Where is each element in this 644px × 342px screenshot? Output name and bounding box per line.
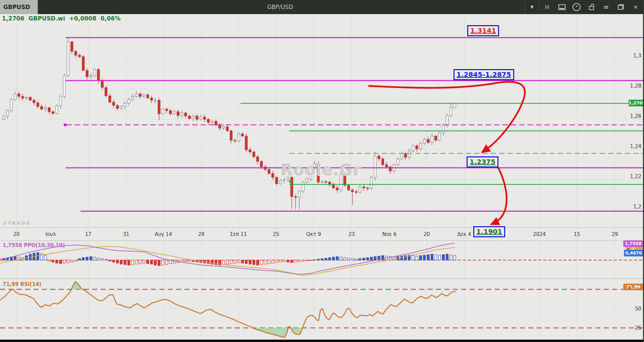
- current-price-tag: 1,2706: [629, 100, 644, 106]
- restore-glyph: [618, 4, 624, 10]
- layout-panel-icon[interactable]: [554, 0, 569, 14]
- restore-window-icon[interactable]: [613, 0, 628, 14]
- unlock-icon[interactable]: [584, 0, 599, 14]
- svg-text:Νοε 6: Νοε 6: [382, 231, 397, 237]
- ppo-alert-close-icon[interactable]: ✕: [627, 246, 630, 251]
- toolbar-divider: [525, 1, 525, 13]
- quote-change-pct: 0,06%: [101, 15, 121, 22]
- close-icon[interactable]: ✕: [628, 0, 643, 14]
- svg-text:Σεπ 11: Σεπ 11: [230, 231, 247, 237]
- dropdown-arrow-icon[interactable]: ▼: [526, 0, 538, 14]
- svg-text:1,28: 1,28: [630, 83, 641, 89]
- quote-price: 1,2706: [2, 15, 24, 22]
- toolbar: ▼ H ❞ = ✕: [524, 0, 643, 14]
- trading-app-window: 1,31,281,261,241,221,220Ιουλ1731Αυγ 1428…: [0, 0, 644, 342]
- svg-text:17: 17: [85, 231, 91, 237]
- svg-text:Αυγ 14: Αυγ 14: [155, 231, 172, 237]
- resistance-zone-label[interactable]: 1.2845-1.2875: [453, 69, 514, 80]
- unlock-glyph: [588, 4, 594, 10]
- ppo-indicator-label[interactable]: 1,7558 PPO(10,30,10): [3, 242, 65, 248]
- ppo-value-tag: 1,7558: [623, 240, 643, 247]
- svg-text:20: 20: [423, 231, 430, 237]
- svg-text:29: 29: [611, 231, 618, 237]
- chart-title: GBP/USD: [215, 4, 345, 10]
- quote-bubble-icon[interactable]: ❞: [569, 0, 584, 14]
- svg-text:Δεκ 4: Δεκ 4: [457, 231, 471, 237]
- layout-panel-glyph: [558, 4, 566, 10]
- target-label-12375[interactable]: 1.2375: [467, 156, 498, 167]
- symbol-tab[interactable]: GBPUSD: [0, 0, 38, 14]
- rsi-alert-close-icon[interactable]: ✕: [628, 286, 632, 291]
- svg-text:1,3: 1,3: [633, 53, 641, 59]
- quote-symbol: GBPUSD.wi: [29, 15, 65, 22]
- svg-text:1,22: 1,22: [630, 174, 641, 180]
- svg-text:2024: 2024: [533, 231, 546, 237]
- svg-text:28: 28: [198, 231, 204, 237]
- target-label-13141[interactable]: 1.3141: [467, 25, 499, 36]
- rsi-value-tag: 71,99: [623, 284, 643, 290]
- quote-change: +0,0008: [69, 15, 96, 22]
- svg-text:23: 23: [348, 231, 355, 237]
- svg-text:1,26: 1,26: [630, 113, 641, 119]
- svg-text:Ιουλ: Ιουλ: [45, 231, 56, 237]
- chart-canvas[interactable]: 1,31,281,261,241,221,220Ιουλ1731Αυγ 1428…: [0, 0, 644, 342]
- svg-text:50: 50: [635, 306, 641, 312]
- svg-text:31: 31: [123, 231, 129, 237]
- svg-text:1,2: 1,2: [633, 204, 641, 210]
- svg-text:1,24: 1,24: [630, 143, 641, 149]
- quote-bubble-glyph: ❞: [573, 3, 581, 11]
- symbol-tab-label: GBPUSD: [3, 4, 30, 10]
- svg-text:20: 20: [13, 231, 19, 237]
- lines-icon[interactable]: =: [599, 0, 613, 14]
- svg-text:25: 25: [273, 231, 279, 237]
- rsi-indicator-label[interactable]: 71,99 RSI(14): [3, 281, 41, 287]
- svg-text:Οκτ 9: Οκτ 9: [306, 231, 321, 237]
- title-bar: GBPUSD GBP/USD ▼ H ❞ = ✕: [0, 0, 644, 14]
- quote-info: 1,2706 GBPUSD.wi +0,0008 0,06%: [2, 15, 123, 22]
- svg-text:15: 15: [574, 231, 580, 237]
- toolbar-divider: [539, 1, 539, 13]
- ztrade-logo: ZTRADE: [3, 221, 31, 226]
- timeframe-h-icon[interactable]: H: [540, 0, 554, 14]
- svg-text:25: 25: [635, 325, 641, 331]
- target-label-11901[interactable]: 1.1901: [473, 226, 505, 237]
